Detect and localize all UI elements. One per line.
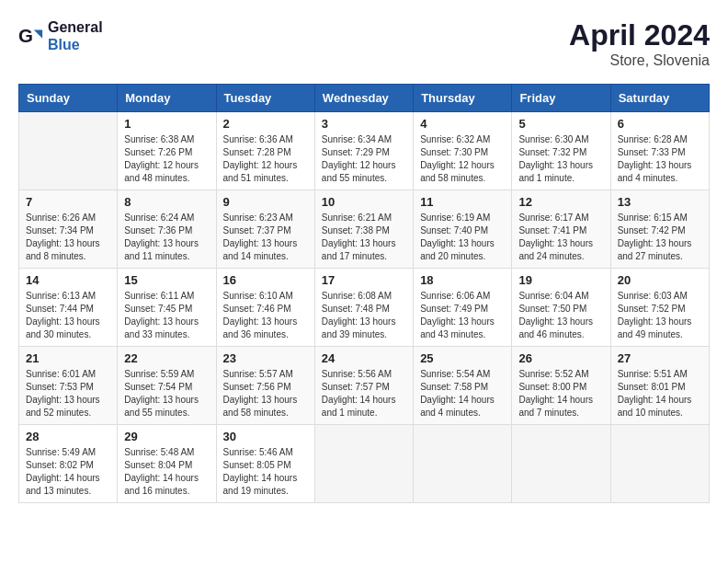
day-info: Sunrise: 6:30 AM Sunset: 7:32 PM Dayligh… (518, 133, 603, 185)
calendar-cell: 5Sunrise: 6:30 AM Sunset: 7:32 PM Daylig… (512, 112, 610, 190)
day-info: Sunrise: 6:01 AM Sunset: 7:53 PM Dayligh… (26, 368, 110, 419)
day-info: Sunrise: 6:28 AM Sunset: 7:33 PM Dayligh… (618, 133, 702, 185)
day-number: 29 (124, 430, 209, 443)
day-header-tuesday: Tuesday (216, 85, 314, 112)
day-header-thursday: Thursday (414, 85, 512, 112)
calendar-cell: 3Sunrise: 6:34 AM Sunset: 7:29 PM Daylig… (314, 112, 413, 190)
day-info: Sunrise: 6:10 AM Sunset: 7:46 PM Dayligh… (223, 290, 308, 341)
calendar-cell (610, 425, 709, 503)
calendar-cell: 21Sunrise: 6:01 AM Sunset: 7:53 PM Dayli… (19, 347, 118, 425)
day-info: Sunrise: 6:13 AM Sunset: 7:44 PM Dayligh… (26, 290, 110, 341)
calendar-table: SundayMondayTuesdayWednesdayThursdayFrid… (18, 84, 710, 503)
day-info: Sunrise: 6:32 AM Sunset: 7:30 PM Dayligh… (420, 133, 505, 185)
calendar-cell: 30Sunrise: 5:46 AM Sunset: 8:05 PM Dayli… (216, 425, 314, 503)
day-number: 28 (26, 430, 110, 443)
calendar-cell: 13Sunrise: 6:15 AM Sunset: 7:42 PM Dayli… (610, 190, 709, 269)
day-info: Sunrise: 5:51 AM Sunset: 8:01 PM Dayligh… (618, 368, 702, 419)
calendar-cell: 9Sunrise: 6:23 AM Sunset: 7:37 PM Daylig… (216, 190, 314, 269)
day-number: 13 (618, 195, 702, 209)
day-number: 1 (124, 117, 209, 131)
calendar-cell: 1Sunrise: 6:38 AM Sunset: 7:26 PM Daylig… (118, 112, 216, 190)
day-info: Sunrise: 5:52 AM Sunset: 8:00 PM Dayligh… (518, 368, 603, 419)
day-number: 8 (124, 195, 209, 209)
page-header: G General Blue April 2024 Store, Sloveni… (18, 18, 710, 69)
day-number: 2 (223, 117, 308, 131)
calendar-cell: 10Sunrise: 6:21 AM Sunset: 7:38 PM Dayli… (314, 190, 413, 269)
day-info: Sunrise: 5:57 AM Sunset: 7:56 PM Dayligh… (223, 368, 308, 419)
calendar-cell: 17Sunrise: 6:08 AM Sunset: 7:48 PM Dayli… (314, 269, 413, 347)
calendar-cell (314, 425, 413, 503)
day-number: 3 (322, 117, 406, 131)
day-info: Sunrise: 6:38 AM Sunset: 7:26 PM Dayligh… (124, 133, 209, 185)
day-number: 17 (322, 273, 406, 287)
calendar-cell: 14Sunrise: 6:13 AM Sunset: 7:44 PM Dayli… (19, 269, 118, 347)
title-block: April 2024 Store, Slovenia (569, 18, 710, 69)
calendar-header-row: SundayMondayTuesdayWednesdayThursdayFrid… (19, 85, 710, 112)
day-number: 4 (420, 117, 505, 131)
day-number: 20 (618, 273, 702, 287)
day-number: 9 (223, 195, 308, 209)
calendar-cell: 6Sunrise: 6:28 AM Sunset: 7:33 PM Daylig… (610, 112, 709, 190)
svg-text:G: G (18, 25, 33, 46)
month-year: April 2024 (569, 18, 710, 52)
day-header-sunday: Sunday (19, 85, 118, 112)
day-number: 27 (618, 351, 702, 365)
calendar-cell: 15Sunrise: 6:11 AM Sunset: 7:45 PM Dayli… (118, 269, 216, 347)
day-info: Sunrise: 6:23 AM Sunset: 7:37 PM Dayligh… (223, 212, 308, 263)
day-number: 14 (26, 273, 110, 287)
logo: G General Blue (18, 18, 103, 53)
day-number: 11 (420, 195, 505, 209)
day-header-saturday: Saturday (610, 85, 709, 112)
day-number: 19 (518, 273, 603, 287)
day-info: Sunrise: 6:34 AM Sunset: 7:29 PM Dayligh… (322, 133, 406, 185)
calendar-cell: 24Sunrise: 5:56 AM Sunset: 7:57 PM Dayli… (314, 347, 413, 425)
day-number: 10 (322, 195, 406, 209)
day-header-monday: Monday (118, 85, 216, 112)
calendar-cell: 22Sunrise: 5:59 AM Sunset: 7:54 PM Dayli… (118, 347, 216, 425)
day-info: Sunrise: 6:03 AM Sunset: 7:52 PM Dayligh… (618, 290, 702, 341)
calendar-cell: 18Sunrise: 6:06 AM Sunset: 7:49 PM Dayli… (414, 269, 512, 347)
calendar-cell: 29Sunrise: 5:48 AM Sunset: 8:04 PM Dayli… (118, 425, 216, 503)
day-info: Sunrise: 6:26 AM Sunset: 7:34 PM Dayligh… (26, 212, 110, 263)
calendar-cell: 26Sunrise: 5:52 AM Sunset: 8:00 PM Dayli… (512, 347, 610, 425)
day-info: Sunrise: 5:56 AM Sunset: 7:57 PM Dayligh… (322, 368, 406, 419)
day-number: 24 (322, 351, 406, 365)
day-info: Sunrise: 6:04 AM Sunset: 7:50 PM Dayligh… (518, 290, 603, 341)
calendar-cell: 4Sunrise: 6:32 AM Sunset: 7:30 PM Daylig… (414, 112, 512, 190)
day-info: Sunrise: 6:06 AM Sunset: 7:49 PM Dayligh… (420, 290, 505, 341)
day-header-wednesday: Wednesday (314, 85, 413, 112)
day-number: 7 (26, 195, 110, 209)
day-info: Sunrise: 5:54 AM Sunset: 7:58 PM Dayligh… (420, 368, 505, 419)
day-info: Sunrise: 5:59 AM Sunset: 7:54 PM Dayligh… (124, 368, 209, 419)
day-number: 22 (124, 351, 209, 365)
logo-text-line2: Blue (48, 36, 103, 53)
calendar-cell: 28Sunrise: 5:49 AM Sunset: 8:02 PM Dayli… (19, 425, 118, 503)
logo-icon: G (18, 23, 44, 49)
calendar-cell: 7Sunrise: 6:26 AM Sunset: 7:34 PM Daylig… (19, 190, 118, 269)
calendar-cell (512, 425, 610, 503)
day-number: 15 (124, 273, 209, 287)
day-number: 30 (223, 430, 308, 443)
logo-text-line1: General (48, 18, 103, 36)
calendar-cell: 16Sunrise: 6:10 AM Sunset: 7:46 PM Dayli… (216, 269, 314, 347)
calendar-cell: 19Sunrise: 6:04 AM Sunset: 7:50 PM Dayli… (512, 269, 610, 347)
day-info: Sunrise: 6:19 AM Sunset: 7:40 PM Dayligh… (420, 212, 505, 263)
day-number: 5 (518, 117, 603, 131)
calendar-cell: 20Sunrise: 6:03 AM Sunset: 7:52 PM Dayli… (610, 269, 709, 347)
calendar-cell: 8Sunrise: 6:24 AM Sunset: 7:36 PM Daylig… (118, 190, 216, 269)
svg-marker-1 (34, 30, 42, 39)
day-info: Sunrise: 6:11 AM Sunset: 7:45 PM Dayligh… (124, 290, 209, 341)
day-number: 25 (420, 351, 505, 365)
day-info: Sunrise: 5:49 AM Sunset: 8:02 PM Dayligh… (26, 446, 110, 498)
day-info: Sunrise: 6:21 AM Sunset: 7:38 PM Dayligh… (322, 212, 406, 263)
day-info: Sunrise: 6:36 AM Sunset: 7:28 PM Dayligh… (223, 133, 308, 185)
day-number: 23 (223, 351, 308, 365)
day-number: 16 (223, 273, 308, 287)
day-info: Sunrise: 6:08 AM Sunset: 7:48 PM Dayligh… (322, 290, 406, 341)
day-info: Sunrise: 6:24 AM Sunset: 7:36 PM Dayligh… (124, 212, 209, 263)
day-header-friday: Friday (512, 85, 610, 112)
day-number: 12 (518, 195, 603, 209)
day-info: Sunrise: 5:48 AM Sunset: 8:04 PM Dayligh… (124, 446, 209, 498)
location: Store, Slovenia (569, 52, 710, 69)
day-number: 21 (26, 351, 110, 365)
